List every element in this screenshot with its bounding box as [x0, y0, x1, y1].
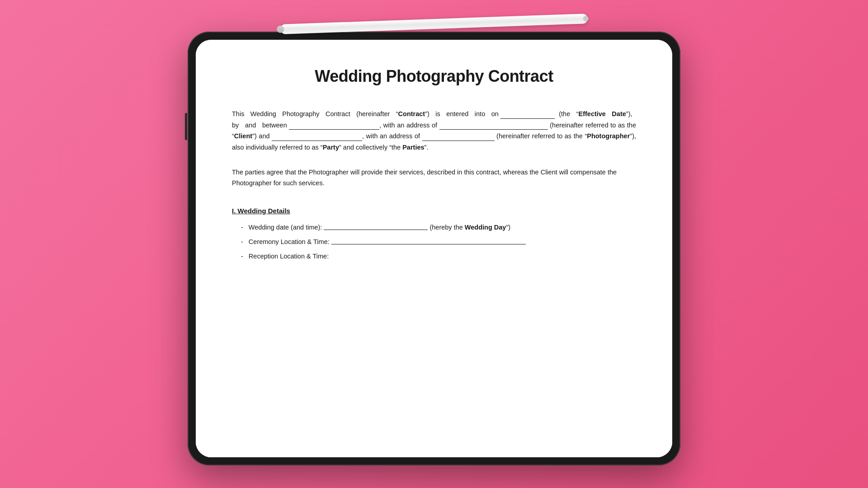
services-paragraph: The parties agree that the Photographer …: [232, 167, 636, 189]
section1-title: I. Wedding Details: [232, 207, 636, 215]
effective-date-bold: Effective Date: [578, 110, 626, 117]
list-dash-3: -: [241, 253, 243, 260]
list-dash-1: -: [241, 224, 243, 231]
wedding-date-content: Wedding date (and time): (hereby the Wed…: [249, 224, 510, 231]
wedding-date-blank: [324, 230, 428, 230]
document-title: Wedding Photography Contract: [232, 67, 636, 86]
parties-bold: Parties: [402, 144, 424, 151]
effective-date-blank-1: [500, 118, 555, 119]
party-bold: Party: [323, 144, 339, 151]
ceremony-content: Ceremony Location & Time:: [249, 238, 526, 245]
ceremony-blank: [331, 244, 526, 244]
party1-address-blank: [439, 129, 548, 130]
list-item-wedding-date: - Wedding date (and time): (hereby the W…: [232, 224, 636, 231]
ipad-screen: Wedding Photography Contract This Weddin…: [196, 40, 672, 457]
contract-bold: Contract: [398, 110, 425, 117]
party1-name-blank: [289, 129, 379, 130]
list-dash-2: -: [241, 238, 243, 245]
intro-paragraph: This Wedding Photography Contract (herei…: [232, 108, 636, 153]
photographer-bold: Photographer: [587, 132, 630, 140]
document-content: Wedding Photography Contract This Weddin…: [196, 40, 672, 457]
client-bold: Client: [234, 132, 252, 140]
party2-name-blank: [272, 141, 362, 141]
ipad-frame: Wedding Photography Contract This Weddin…: [188, 32, 680, 465]
wedding-day-bold: Wedding Day: [465, 224, 506, 231]
list-item-reception: - Reception Location & Time:: [232, 253, 636, 260]
stylus: [280, 14, 588, 34]
list-item-ceremony: - Ceremony Location & Time:: [232, 238, 636, 245]
reception-content: Reception Location & Time:: [249, 253, 329, 260]
party2-address-blank: [422, 141, 495, 141]
